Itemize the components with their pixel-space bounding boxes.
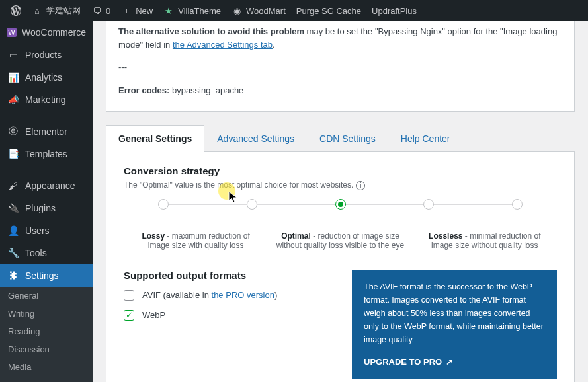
format-webp-row: ✓ WebP [124,310,339,321]
main-content: The alternative solution to avoid this p… [93,21,588,382]
star-icon: ★ [163,5,174,16]
menu-woocommerce[interactable]: WWooCommerce [0,21,93,44]
avif-label: AVIF (available in the PRO version) [142,290,277,300]
menu-elementor[interactable]: ⓔElementor [0,120,93,143]
dashes: --- [118,61,562,74]
slider-dot-lossless-extra1[interactable] [423,199,434,210]
format-avif-row: AVIF (available in the PRO version) [124,290,339,301]
menu-products[interactable]: ▭Products [0,44,93,66]
site-name-text: 学建站网 [46,5,81,17]
analytics-icon: 📊 [7,72,20,83]
alt-solution-bold: The alternative solution to avoid this p… [118,26,304,36]
menu-users[interactable]: 👤Users [0,219,93,242]
wp-logo[interactable] [5,0,26,21]
conversion-strategy-desc: The "Optimal" value is the most optimal … [124,180,557,190]
error-codes-value: bypassing_apache [169,85,243,95]
products-icon: ▭ [7,50,20,60]
settings-tabs: General Settings Advanced Settings CDN S… [106,125,575,152]
site-name-item[interactable]: ⌂学建站网 [26,0,86,21]
tools-icon: 🔧 [7,248,20,258]
label-optimal: Optimal - reduction of image size withou… [268,231,412,250]
notice-box: The alternative solution to avoid this p… [106,21,575,112]
menu-analytics[interactable]: 📊Analytics [0,66,93,89]
menu-templates[interactable]: 📑Templates [0,143,93,165]
wordpress-icon [11,5,21,16]
home-icon: ⌂ [32,5,42,16]
pro-text: The AVIF format is the successor to the … [364,280,545,346]
error-codes-label: Error codes: [118,85,169,95]
label-lossless: Lossless - minimal reduction of image si… [413,231,557,250]
plus-icon: + [121,5,132,16]
woo-icon: W [7,28,17,37]
purge-label: Purge SG Cache [296,6,361,16]
upgrade-pro-button[interactable]: UPGRADE TO PRO↗ [364,356,545,369]
new-label: New [136,6,153,16]
admin-sidebar: WWooCommerce ▭Products 📊Analytics 📣Marke… [0,21,93,382]
external-link-icon: ↗ [446,356,453,369]
menu-tools[interactable]: 🔧Tools [0,242,93,264]
strategy-slider[interactable] [163,204,517,205]
plugins-icon: 🔌 [7,203,20,213]
updraft-label: UpdraftPlus [372,6,417,16]
woodmart-icon: ◉ [231,5,242,16]
tab-cdn[interactable]: CDN Settings [307,125,388,152]
villatheme-item[interactable]: ★VillaTheme [158,0,226,21]
general-settings-panel: Conversion strategy The "Optimal" value … [106,152,575,382]
marketing-icon: 📣 [7,95,20,105]
submenu-permalinks[interactable]: Permalinks [0,376,93,382]
comments-item[interactable]: 🗨0 [86,0,116,21]
menu-marketing[interactable]: 📣Marketing [0,89,93,111]
slider-dot-lossy-extra1[interactable] [158,199,169,210]
updraft-item[interactable]: UpdraftPlus [366,0,422,21]
formats-title: Supported output formats [124,270,339,281]
conversion-strategy-title: Conversion strategy [124,165,557,176]
purge-item[interactable]: Purge SG Cache [291,0,366,21]
settings-submenu: General Writing Reading Discussion Media… [0,287,93,382]
elementor-icon: ⓔ [7,126,20,137]
menu-settings[interactable]: Settings [0,264,93,287]
tab-help[interactable]: Help Center [388,125,463,152]
woodmart-label: WoodMart [246,6,286,16]
pro-version-link[interactable]: the PRO version [212,290,274,300]
webp-checkbox[interactable]: ✓ [124,310,134,321]
settings-icon [7,270,20,281]
woodmart-item[interactable]: ◉WoodMart [226,0,291,21]
avif-checkbox[interactable] [124,290,134,301]
menu-plugins[interactable]: 🔌Plugins [0,197,93,219]
label-lossy: Lossy - maximum reduction of image size … [124,231,268,250]
webp-label: WebP [142,310,165,320]
info-icon[interactable]: i [356,181,365,190]
new-item[interactable]: +New [116,0,158,21]
slider-labels: Lossy - maximum reduction of image size … [124,231,557,250]
slider-dot-lossless-extra2[interactable] [512,199,523,210]
appearance-icon: 🖌 [7,180,20,191]
slider-dot-lossy-extra2[interactable] [247,199,257,210]
submenu-writing[interactable]: Writing [0,305,93,323]
submenu-media[interactable]: Media [0,358,93,376]
admin-bar: ⌂学建站网 🗨0 +New ★VillaTheme ◉WoodMart Purg… [0,0,588,21]
submenu-discussion[interactable]: Discussion [0,340,93,358]
tab-advanced[interactable]: Advanced Settings [204,125,307,152]
menu-appearance[interactable]: 🖌Appearance [0,174,93,197]
villatheme-label: VillaTheme [178,6,221,16]
advanced-settings-link[interactable]: the Advanced Settings tab [173,40,273,50]
upgrade-pro-box: The AVIF format is the successor to the … [352,270,557,380]
slider-dot-optimal[interactable] [335,199,346,210]
comment-icon: 🗨 [91,5,102,16]
submenu-general[interactable]: General [0,287,93,305]
comment-count: 0 [106,6,110,16]
submenu-reading[interactable]: Reading [0,323,93,340]
users-icon: 👤 [7,225,20,236]
templates-icon: 📑 [7,149,20,159]
tab-general[interactable]: General Settings [106,125,204,152]
